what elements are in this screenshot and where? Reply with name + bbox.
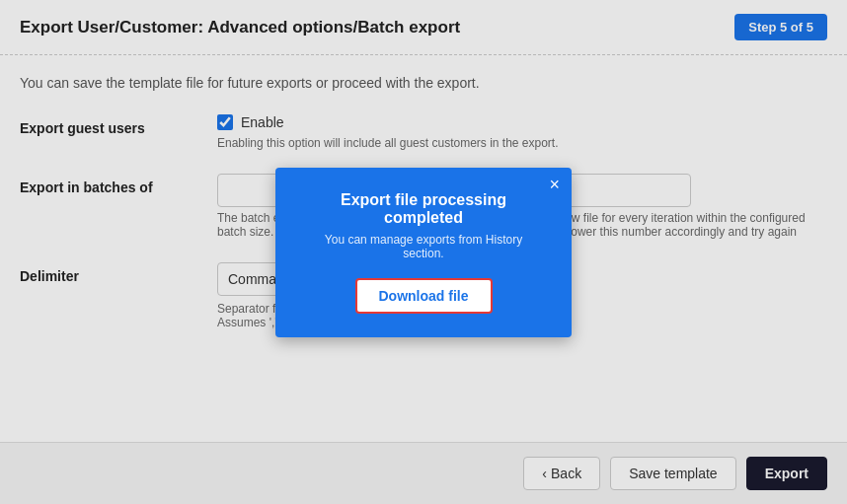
download-file-button[interactable]: Download file <box>355 278 493 314</box>
modal-close-button[interactable]: × <box>549 176 560 193</box>
modal-overlay: × Export file processing completed You c… <box>0 0 847 504</box>
modal-subtitle: You can manage exports from History sect… <box>303 233 544 260</box>
modal-title: Export file processing completed <box>303 191 544 227</box>
modal: × Export file processing completed You c… <box>275 168 572 337</box>
